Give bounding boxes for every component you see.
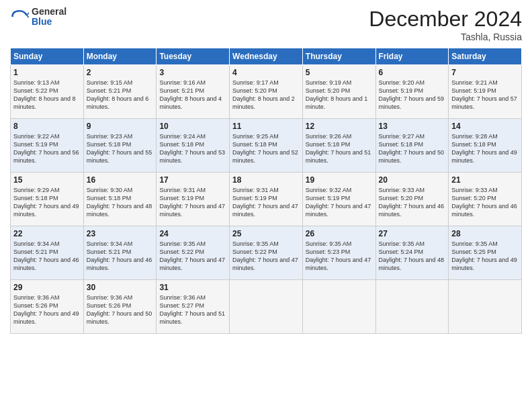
day-cell xyxy=(230,280,303,334)
day-cell: 17 Sunrise: 9:31 AM Sunset: 5:19 PM Dayl… xyxy=(157,173,230,226)
daylight: Daylight: 7 hours and 46 minutes. xyxy=(379,203,445,218)
day-cell: 9 Sunrise: 9:23 AM Sunset: 5:18 PM Dayli… xyxy=(83,119,157,173)
sunset: Sunset: 5:19 PM xyxy=(159,195,204,201)
sunset: Sunset: 5:24 PM xyxy=(379,248,424,255)
day-info: Sunrise: 9:29 AM Sunset: 5:18 PM Dayligh… xyxy=(13,186,81,219)
day-info: Sunrise: 9:21 AM Sunset: 5:19 PM Dayligh… xyxy=(451,79,519,111)
sunrise: Sunrise: 9:31 AM xyxy=(232,187,279,193)
sunset: Sunset: 5:19 PM xyxy=(306,195,351,201)
calendar-page: General Blue December 2024 Tashla, Russi… xyxy=(0,0,532,411)
daylight: Daylight: 7 hours and 59 minutes. xyxy=(379,95,445,110)
sunset: Sunset: 5:18 PM xyxy=(306,141,351,148)
day-cell: 18 Sunrise: 9:31 AM Sunset: 5:19 PM Dayl… xyxy=(230,173,303,226)
daylight: Daylight: 7 hours and 57 minutes. xyxy=(451,95,517,110)
sunrise: Sunrise: 9:28 AM xyxy=(451,133,498,140)
day-number: 3 xyxy=(159,68,226,77)
daylight: Daylight: 7 hours and 51 minutes. xyxy=(306,149,371,164)
sunset: Sunset: 5:20 PM xyxy=(232,87,277,94)
sunset: Sunset: 5:18 PM xyxy=(87,141,132,148)
day-info: Sunrise: 9:23 AM Sunset: 5:18 PM Dayligh… xyxy=(87,132,154,165)
day-number: 1 xyxy=(13,68,81,77)
day-cell: 4 Sunrise: 9:17 AM Sunset: 5:20 PM Dayli… xyxy=(230,65,303,119)
day-cell: 13 Sunrise: 9:27 AM Sunset: 5:18 PM Dayl… xyxy=(375,119,449,173)
day-cell xyxy=(449,280,522,334)
sunrise: Sunrise: 9:35 AM xyxy=(379,240,425,247)
sunrise: Sunrise: 9:35 AM xyxy=(306,240,352,247)
sunrise: Sunrise: 9:32 AM xyxy=(306,187,352,193)
day-number: 6 xyxy=(379,68,446,77)
day-number: 24 xyxy=(159,229,226,238)
day-info: Sunrise: 9:35 AM Sunset: 5:25 PM Dayligh… xyxy=(451,240,519,273)
day-info: Sunrise: 9:30 AM Sunset: 5:18 PM Dayligh… xyxy=(87,186,154,219)
day-cell: 11 Sunrise: 9:25 AM Sunset: 5:18 PM Dayl… xyxy=(230,119,303,173)
day-info: Sunrise: 9:35 AM Sunset: 5:22 PM Dayligh… xyxy=(159,240,226,273)
daylight: Daylight: 7 hours and 53 minutes. xyxy=(159,149,225,164)
day-number: 14 xyxy=(451,122,519,131)
sunset: Sunset: 5:18 PM xyxy=(87,195,132,201)
day-info: Sunrise: 9:35 AM Sunset: 5:24 PM Dayligh… xyxy=(379,240,446,273)
day-info: Sunrise: 9:17 AM Sunset: 5:20 PM Dayligh… xyxy=(232,79,300,111)
day-cell: 8 Sunrise: 9:22 AM Sunset: 5:19 PM Dayli… xyxy=(11,119,84,173)
sunrise: Sunrise: 9:35 AM xyxy=(451,240,498,247)
logo-general: General xyxy=(32,7,66,17)
sunset: Sunset: 5:18 PM xyxy=(451,141,496,148)
day-info: Sunrise: 9:15 AM Sunset: 5:21 PM Dayligh… xyxy=(87,79,154,111)
sunset: Sunset: 5:18 PM xyxy=(159,141,204,148)
sunset: Sunset: 5:27 PM xyxy=(159,302,204,309)
daylight: Daylight: 7 hours and 49 minutes. xyxy=(13,310,79,325)
calendar-table: Sunday Monday Tuesday Wednesday Thursday… xyxy=(10,48,522,334)
day-cell: 23 Sunrise: 9:34 AM Sunset: 5:21 PM Dayl… xyxy=(83,226,157,280)
sunset: Sunset: 5:22 PM xyxy=(232,248,277,255)
sunrise: Sunrise: 9:23 AM xyxy=(87,133,133,140)
daylight: Daylight: 7 hours and 49 minutes. xyxy=(451,149,517,164)
day-cell: 15 Sunrise: 9:29 AM Sunset: 5:18 PM Dayl… xyxy=(11,173,84,226)
day-info: Sunrise: 9:31 AM Sunset: 5:19 PM Dayligh… xyxy=(159,186,226,219)
sunset: Sunset: 5:19 PM xyxy=(13,141,58,148)
sunset: Sunset: 5:20 PM xyxy=(379,195,424,201)
day-number: 29 xyxy=(13,283,81,292)
day-cell: 24 Sunrise: 9:35 AM Sunset: 5:22 PM Dayl… xyxy=(157,226,230,280)
daylight: Daylight: 7 hours and 48 minutes. xyxy=(379,257,445,271)
day-info: Sunrise: 9:35 AM Sunset: 5:22 PM Dayligh… xyxy=(232,240,300,273)
sunrise: Sunrise: 9:13 AM xyxy=(13,79,60,86)
day-cell: 25 Sunrise: 9:35 AM Sunset: 5:22 PM Dayl… xyxy=(230,226,303,280)
day-cell: 30 Sunrise: 9:36 AM Sunset: 5:26 PM Dayl… xyxy=(83,280,157,334)
day-info: Sunrise: 9:32 AM Sunset: 5:19 PM Dayligh… xyxy=(306,186,373,219)
daylight: Daylight: 8 hours and 8 minutes. xyxy=(13,95,76,110)
sunset: Sunset: 5:21 PM xyxy=(87,87,132,94)
daylight: Daylight: 7 hours and 46 minutes. xyxy=(13,257,79,271)
sunset: Sunset: 5:18 PM xyxy=(13,195,58,201)
col-saturday: Saturday xyxy=(449,48,522,65)
day-cell: 19 Sunrise: 9:32 AM Sunset: 5:19 PM Dayl… xyxy=(302,173,375,226)
sunrise: Sunrise: 9:20 AM xyxy=(379,79,425,86)
daylight: Daylight: 7 hours and 56 minutes. xyxy=(13,149,79,164)
week-row-5: 29 Sunrise: 9:36 AM Sunset: 5:26 PM Dayl… xyxy=(11,280,522,334)
sunset: Sunset: 5:21 PM xyxy=(87,248,132,255)
sunrise: Sunrise: 9:17 AM xyxy=(232,79,279,86)
daylight: Daylight: 7 hours and 49 minutes. xyxy=(13,203,79,218)
sunrise: Sunrise: 9:27 AM xyxy=(379,133,425,140)
day-number: 13 xyxy=(379,122,446,131)
day-cell: 21 Sunrise: 9:33 AM Sunset: 5:20 PM Dayl… xyxy=(449,173,522,226)
day-info: Sunrise: 9:33 AM Sunset: 5:20 PM Dayligh… xyxy=(451,186,519,219)
day-info: Sunrise: 9:36 AM Sunset: 5:26 PM Dayligh… xyxy=(13,293,81,326)
col-tuesday: Tuesday xyxy=(157,48,230,65)
logo-blue: Blue xyxy=(32,17,66,27)
day-number: 21 xyxy=(451,175,519,185)
day-cell xyxy=(375,280,449,334)
day-cell: 3 Sunrise: 9:16 AM Sunset: 5:21 PM Dayli… xyxy=(157,65,230,119)
day-number: 31 xyxy=(159,283,226,292)
day-info: Sunrise: 9:16 AM Sunset: 5:21 PM Dayligh… xyxy=(159,79,226,111)
day-cell: 26 Sunrise: 9:35 AM Sunset: 5:23 PM Dayl… xyxy=(302,226,375,280)
day-info: Sunrise: 9:33 AM Sunset: 5:20 PM Dayligh… xyxy=(379,186,446,219)
sunrise: Sunrise: 9:33 AM xyxy=(451,187,498,193)
daylight: Daylight: 7 hours and 55 minutes. xyxy=(87,149,152,164)
col-wednesday: Wednesday xyxy=(230,48,303,65)
sunrise: Sunrise: 9:34 AM xyxy=(87,240,133,247)
day-number: 17 xyxy=(159,175,226,185)
week-row-4: 22 Sunrise: 9:34 AM Sunset: 5:21 PM Dayl… xyxy=(11,226,522,280)
day-number: 4 xyxy=(232,68,300,77)
day-cell: 6 Sunrise: 9:20 AM Sunset: 5:19 PM Dayli… xyxy=(375,65,449,119)
day-cell: 7 Sunrise: 9:21 AM Sunset: 5:19 PM Dayli… xyxy=(449,65,522,119)
day-cell: 20 Sunrise: 9:33 AM Sunset: 5:20 PM Dayl… xyxy=(375,173,449,226)
